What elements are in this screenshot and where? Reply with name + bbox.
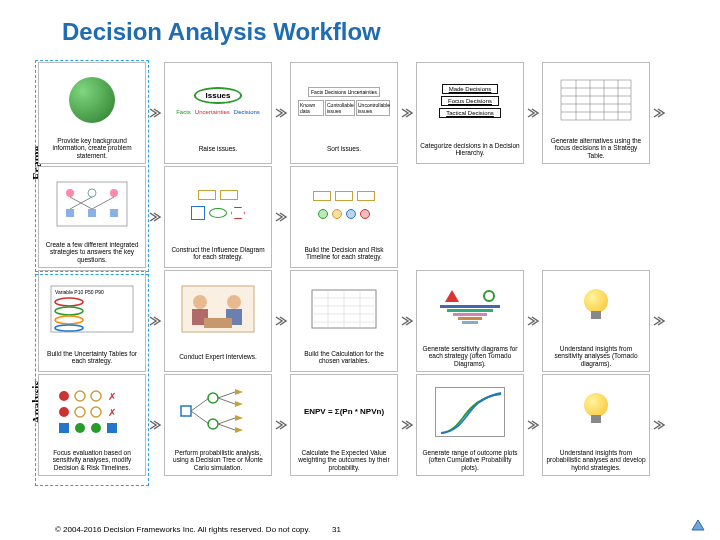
step-caption: Sort issues. bbox=[326, 137, 362, 161]
arrow-icon bbox=[146, 210, 164, 224]
svg-line-57 bbox=[218, 398, 235, 404]
svg-point-11 bbox=[88, 189, 96, 197]
step-caption: Generate alternatives using the focus de… bbox=[545, 135, 647, 161]
step-sort-issues: Facts Decisions Uncertainties Known data… bbox=[290, 62, 398, 164]
svg-rect-0 bbox=[561, 80, 631, 120]
step-caption: Build the Uncertainty Tables for each st… bbox=[41, 345, 143, 369]
step-caption: Build the Decision and Risk Timeline for… bbox=[293, 241, 395, 265]
step-caption: Conduct Expert Interviews. bbox=[178, 345, 258, 369]
page-title: Decision Analysis Workflow bbox=[0, 0, 720, 58]
spreadsheet-icon bbox=[304, 284, 384, 334]
step-caption: Understand insights from probabilistic a… bbox=[545, 447, 647, 473]
step-caption: Focus evaluation based on sensitivity an… bbox=[41, 447, 143, 473]
step-caption: Calculate the Expected Value weighting t… bbox=[293, 447, 395, 473]
svg-point-26 bbox=[193, 295, 207, 309]
network-icon bbox=[52, 177, 132, 231]
svg-line-58 bbox=[218, 418, 235, 424]
workflow-row-1: Provide key background information, crea… bbox=[38, 62, 710, 164]
workflow-row-3: Variable P10 P50 P90 Build the Uncertain… bbox=[38, 270, 710, 372]
table-icon bbox=[556, 75, 636, 125]
step-problem-statement: Provide key background information, crea… bbox=[38, 62, 146, 164]
svg-rect-14 bbox=[88, 209, 96, 217]
svg-text:✗: ✗ bbox=[108, 407, 116, 418]
svg-rect-51 bbox=[181, 406, 191, 416]
svg-rect-13 bbox=[66, 209, 74, 217]
step-caption: Build the Calculation for the chosen var… bbox=[293, 345, 395, 369]
people-icon bbox=[178, 282, 258, 336]
step-caption: Understand insights from sensitivity ana… bbox=[545, 343, 647, 369]
step-decision-hierarchy: Made Decisions Focus Decisions Tactical … bbox=[416, 62, 524, 164]
svg-point-54 bbox=[208, 393, 218, 403]
svg-point-55 bbox=[208, 419, 218, 429]
step-expert-interviews: Conduct Expert Interviews. bbox=[164, 270, 272, 372]
svg-marker-64 bbox=[692, 520, 704, 530]
svg-line-53 bbox=[191, 411, 209, 424]
svg-point-10 bbox=[66, 189, 74, 197]
workflow-row-2: Create a few different integrated strate… bbox=[38, 166, 710, 268]
step-probabilistic-insights: Understand insights from probabilistic a… bbox=[542, 374, 650, 476]
corner-decoration bbox=[0, 0, 60, 60]
step-caption: Categorize decisions in a Decision Hiera… bbox=[419, 137, 521, 161]
arrow-icon bbox=[398, 106, 416, 120]
arrow-icon bbox=[398, 418, 416, 432]
warning-icon bbox=[445, 290, 459, 302]
svg-point-43 bbox=[59, 407, 69, 417]
arrow-icon bbox=[398, 314, 416, 328]
issues-label: Issues bbox=[194, 87, 243, 104]
svg-text:Variable  P10  P50  P90: Variable P10 P50 P90 bbox=[55, 289, 104, 295]
step-expected-value: ENPV = Σ(Pn * NPVn) Calculate the Expect… bbox=[290, 374, 398, 476]
svg-line-52 bbox=[191, 398, 209, 411]
arrow-icon bbox=[146, 106, 164, 120]
svg-point-49 bbox=[91, 423, 101, 433]
cdf-icon bbox=[435, 387, 505, 437]
arrow-icon bbox=[146, 418, 164, 432]
svg-point-44 bbox=[75, 407, 85, 417]
arrow-icon bbox=[272, 210, 290, 224]
svg-point-39 bbox=[59, 391, 69, 401]
arrow-icon bbox=[650, 418, 668, 432]
step-caption: Perform probabilistic analysis, using a … bbox=[167, 447, 269, 473]
page-number: 31 bbox=[332, 525, 341, 534]
tornado-icon bbox=[435, 304, 505, 325]
svg-point-45 bbox=[91, 407, 101, 417]
step-caption: Raise issues. bbox=[198, 137, 239, 161]
step-caption: Construct the Influence Diagram for each… bbox=[167, 241, 269, 265]
circle-icon bbox=[483, 290, 495, 302]
workflow-row-4: ✗✗ Focus evaluation based on sensitivity… bbox=[38, 374, 710, 476]
arrow-icon bbox=[650, 106, 668, 120]
return-icon[interactable] bbox=[690, 516, 708, 534]
svg-point-41 bbox=[91, 391, 101, 401]
step-probabilistic-analysis: Perform probabilistic analysis, using a … bbox=[164, 374, 272, 476]
svg-rect-47 bbox=[59, 423, 69, 433]
svg-point-48 bbox=[75, 423, 85, 433]
svg-point-40 bbox=[75, 391, 85, 401]
step-caption: Generate range of outcome plots (often C… bbox=[419, 447, 521, 473]
step-risk-timeline: Build the Decision and Risk Timeline for… bbox=[290, 166, 398, 268]
lightbulb-icon bbox=[582, 289, 610, 327]
arrow-icon bbox=[524, 314, 542, 328]
step-caption: Create a few different integrated strate… bbox=[41, 239, 143, 265]
arrow-icon bbox=[524, 418, 542, 432]
uncertainty-table-icon: Variable P10 P50 P90 bbox=[49, 284, 135, 334]
arrow-icon bbox=[524, 106, 542, 120]
svg-rect-30 bbox=[204, 318, 232, 328]
step-strategy-table: Generate alternatives using the focus de… bbox=[542, 62, 650, 164]
step-outcome-plots: Generate range of outcome plots (often C… bbox=[416, 374, 524, 476]
arrow-icon bbox=[272, 106, 290, 120]
lightbulb-icon bbox=[582, 393, 610, 431]
grid-dots-icon: ✗✗ bbox=[50, 386, 134, 438]
step-caption: Provide key background information, crea… bbox=[41, 135, 143, 161]
step-caption: Generate sensitivity diagrams for each s… bbox=[419, 343, 521, 369]
svg-marker-63 bbox=[235, 427, 243, 433]
decision-tree-icon bbox=[175, 386, 261, 438]
svg-rect-50 bbox=[107, 423, 117, 433]
svg-marker-61 bbox=[235, 401, 243, 407]
svg-rect-15 bbox=[110, 209, 118, 217]
step-sensitivity-insights: Understand insights from sensitivity ana… bbox=[542, 270, 650, 372]
svg-point-28 bbox=[227, 295, 241, 309]
svg-marker-62 bbox=[235, 415, 243, 421]
svg-text:✗: ✗ bbox=[108, 391, 116, 402]
svg-line-59 bbox=[218, 424, 235, 430]
arrow-icon bbox=[650, 314, 668, 328]
formula-label: ENPV = Σ(Pn * NPVn) bbox=[293, 377, 395, 447]
